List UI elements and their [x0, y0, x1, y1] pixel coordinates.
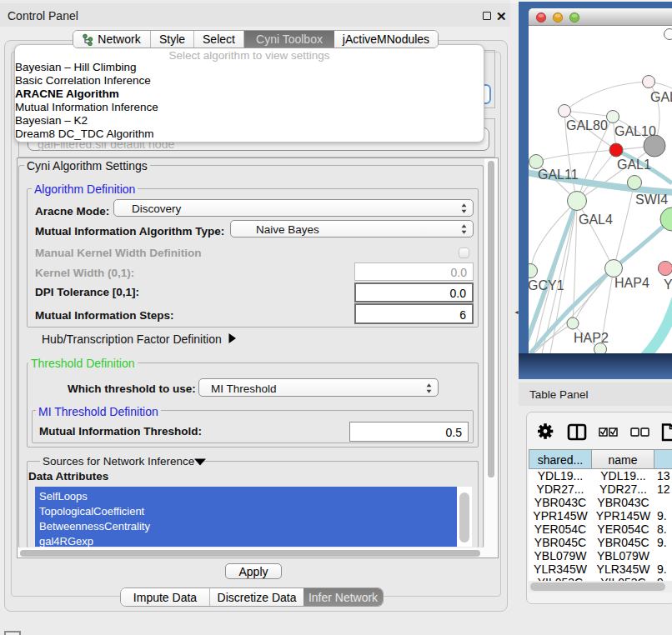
svg-text:GAL11: GAL11 [538, 168, 579, 182]
svg-text:SWI4: SWI4 [635, 192, 668, 207]
svg-text:HAP4: HAP4 [614, 276, 649, 290]
svg-text:GAL4: GAL4 [579, 212, 613, 227]
svg-text:GAL80: GAL80 [566, 118, 608, 132]
svg-text:GAL10: GAL10 [614, 124, 656, 138]
svg-text:GAL7: GAL7 [650, 90, 672, 104]
svg-text:GAL1: GAL1 [617, 158, 651, 172]
svg-text:YM: YM [664, 278, 672, 292]
svg-text:HAP2: HAP2 [574, 331, 609, 345]
svg-text:GCY1: GCY1 [529, 278, 564, 292]
